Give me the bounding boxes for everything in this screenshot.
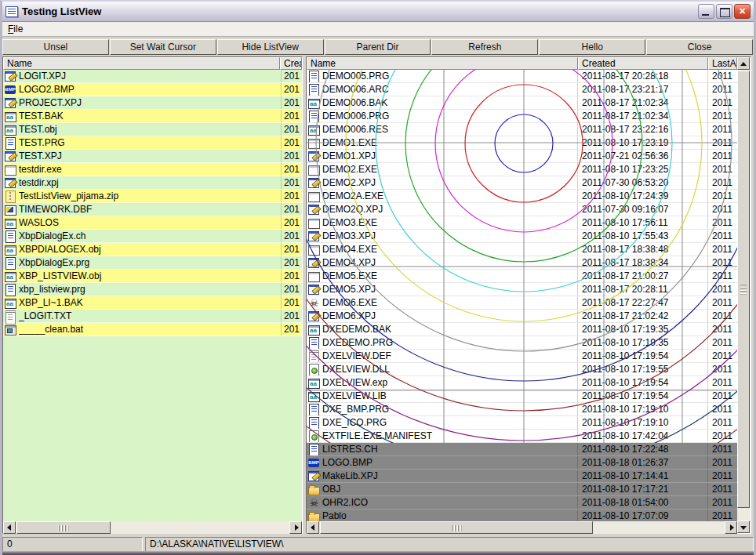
list-item[interactable]: DEMO1.XPJ2011-07-21 02:56:362011 [307, 150, 737, 163]
left-horizontal-scrollbar[interactable] [3, 521, 302, 534]
list-item[interactable]: Pablo2011-08-10 17:07:092011 [307, 510, 737, 521]
list-item[interactable]: WASLOS201 [3, 216, 302, 230]
list-item[interactable]: xbp_listview.prg201 [3, 283, 302, 296]
right-column-header-created[interactable]: Created [578, 57, 708, 70]
last-access-value: 2011 [708, 123, 737, 136]
xpj-icon [5, 97, 16, 109]
list-item[interactable]: XBP_LI~1.BAK201 [3, 296, 302, 310]
scrollbar-thumb[interactable] [16, 521, 111, 534]
file-name-cell: DEMO5.EXE [307, 270, 578, 282]
list-item[interactable]: DXE_ICO.PRG2011-08-10 17:19:102011 [307, 416, 737, 430]
prg-icon [5, 284, 16, 296]
close-button[interactable]: × [734, 4, 751, 19]
list-item[interactable]: _____clean.bat201 [3, 323, 302, 336]
list-item[interactable]: TEST.PRG201 [3, 136, 302, 150]
list-item[interactable]: DEMO6.XPJ2011-08-17 21:02:422011 [307, 310, 737, 323]
list-item[interactable]: DXELVIEW.DEF2011-08-10 17:19:542011 [307, 350, 737, 363]
list-item[interactable]: DEMO2A.EXE2011-08-10 17:24:392011 [307, 190, 737, 203]
list-item[interactable]: DEMO005.PRG2011-08-17 20:28:182011 [307, 70, 737, 83]
scrollbar-thumb[interactable] [737, 71, 750, 508]
dbf-icon [5, 204, 16, 216]
list-item[interactable]: DEMO2Q.XPJ2011-07-30 09:16:072011 [307, 203, 737, 216]
list-item[interactable]: PROJECT.XPJ201 [3, 96, 302, 110]
right-list-body: DEMO005.PRG2011-08-17 20:28:182011DEMO00… [307, 70, 737, 521]
file-name-cell: EXTFILE.EXE.MANIFEST [307, 430, 578, 442]
list-item[interactable]: TEST.obj201 [3, 123, 302, 136]
list-item[interactable]: XBPDIALOGEX.obj201 [3, 243, 302, 256]
list-item[interactable]: DEMO1.EXE2011-08-10 17:23:192011 [307, 136, 737, 150]
list-item[interactable]: EXTFILE.EXE.MANIFEST2011-08-10 17:42:042… [307, 430, 737, 443]
list-item[interactable]: LOGO.BMP2011-08-18 01:26:372011 [307, 456, 737, 470]
list-item[interactable]: DEMO006.BAK2011-08-17 21:02:342011 [307, 96, 737, 110]
last-access-value: 2011 [708, 350, 737, 362]
list-item[interactable]: TEST.BAK201 [3, 110, 302, 123]
list-item[interactable]: OBJ2011-08-10 17:17:212011 [307, 483, 737, 496]
list-item[interactable]: XBP_LISTVIEW.obj201 [3, 270, 302, 283]
created-value: 2011-08-10 17:42:04 [578, 430, 708, 442]
hello-button[interactable]: Hello [539, 39, 645, 55]
file-name-cell: DEMO6.EXE [307, 296, 578, 309]
list-item[interactable]: DXEDEMO.BAK2011-08-10 17:19:352011 [307, 323, 737, 336]
left-column-header-created[interactable]: Created [280, 57, 302, 70]
close-button[interactable]: Close [646, 39, 753, 55]
file-name-cell: LISTRES.CH [307, 443, 578, 455]
list-item[interactable]: XbpDialogEx.ch201 [3, 230, 302, 243]
scroll-right-icon[interactable] [289, 521, 302, 534]
hide-listview-button[interactable]: Hide ListView [217, 39, 324, 55]
set-wait-cursor-button[interactable]: Set Wait Cursor [110, 39, 216, 55]
list-item[interactable]: DEMO006.RES2011-08-17 23:22:162011 [307, 123, 737, 136]
list-item[interactable]: DXEDEMO.PRG2011-08-10 17:19:352011 [307, 336, 737, 350]
scroll-up-icon[interactable] [737, 57, 750, 70]
list-item[interactable]: DEMO006.ARC2011-08-17 23:21:172011 [307, 83, 737, 96]
right-vertical-scrollbar[interactable] [737, 57, 751, 533]
maximize-button[interactable] [716, 4, 732, 19]
list-item[interactable]: DXELVIEW.DLL2011-08-10 17:19:552011 [307, 363, 737, 376]
created-value: 201 [281, 190, 302, 202]
list-item[interactable]: LOGIT.XPJ201 [3, 70, 302, 83]
list-item[interactable]: DEMO006.PRG2011-08-17 21:02:342011 [307, 110, 737, 123]
list-item[interactable]: TestListView_pijama.zip201 [3, 190, 302, 203]
minimize-button[interactable] [698, 4, 714, 19]
list-item[interactable]: OHR2.ICO2011-08-18 01:54:002011 [307, 496, 737, 510]
list-item[interactable]: testdir.exe201 [3, 163, 302, 176]
list-item[interactable]: DEMO3.XPJ2011-08-10 17:55:432011 [307, 230, 737, 243]
unsel-button[interactable]: Unsel [2, 39, 109, 55]
scroll-down-icon[interactable] [737, 521, 750, 533]
list-item[interactable]: DEMO6.EXE2011-08-17 22:27:472011 [307, 296, 737, 310]
list-item[interactable]: DEMO5.EXE2011-08-17 21:00:272011 [307, 270, 737, 283]
scroll-left-icon[interactable] [307, 521, 319, 534]
scroll-left-icon[interactable] [3, 521, 16, 534]
list-item[interactable]: DXELVIEW.LIB2011-08-10 17:19:542011 [307, 390, 737, 403]
file-name-cell: DEMO5.XPJ [307, 283, 578, 296]
list-item[interactable]: _LOGIT.TXT201 [3, 310, 302, 323]
list-item[interactable]: DEMO2.XPJ2011-07-30 06:53:202011 [307, 176, 737, 190]
list-item[interactable]: DXELVIEW.exp2011-08-10 17:19:542011 [307, 376, 737, 390]
refresh-button[interactable]: Refresh [431, 39, 538, 55]
left-column-header-name[interactable]: Name [3, 57, 280, 70]
scrollbar-thumb[interactable] [320, 521, 593, 534]
list-item[interactable]: DEMO4.EXE2011-08-17 18:38:482011 [307, 243, 737, 256]
list-item[interactable]: XbpDialogEx.prg201 [3, 256, 302, 270]
list-item[interactable]: LOGO2.BMP201 [3, 83, 302, 96]
right-listview[interactable]: Name Created LastAc DEMO005.PRG2011-08-1… [306, 56, 751, 534]
right-column-header-lastaccess[interactable]: LastAc [708, 57, 737, 70]
list-item[interactable]: testdir.xpj201 [3, 176, 302, 190]
list-item[interactable]: DEMO2.EXE2011-08-10 17:23:252011 [307, 163, 737, 176]
parent-dir-button[interactable]: Parent Dir [325, 39, 431, 55]
right-horizontal-scrollbar[interactable] [307, 521, 737, 534]
list-item[interactable]: LISTRES.CH2011-08-10 17:22:482011 [307, 443, 737, 456]
list-item[interactable]: DEMO3.EXE2011-08-10 17:56:112011 [307, 216, 737, 230]
list-item[interactable]: DEMO4.XPJ2011-08-17 18:38:342011 [307, 256, 737, 270]
scroll-right-icon[interactable] [725, 521, 737, 534]
menu-item-file[interactable]: File [2, 22, 28, 34]
list-item[interactable]: MakeLib.XPJ2011-08-10 17:14:412011 [307, 470, 737, 483]
file-name-cell: Pablo [307, 510, 578, 521]
title-bar[interactable]: Testing ListView × [2, 2, 754, 22]
list-item[interactable]: TEST.XPJ201 [3, 150, 302, 163]
list-item[interactable]: DXE_BMP.PRG2011-08-10 17:19:102011 [307, 403, 737, 416]
left-listview[interactable]: Name Created LOGIT.XPJ201LOGO2.BMP201PRO… [2, 56, 303, 534]
right-column-header-name[interactable]: Name [307, 57, 578, 70]
list-item[interactable]: DEMO5.XPJ2011-08-17 20:28:112011 [307, 283, 737, 296]
obj-icon [5, 244, 16, 256]
list-item[interactable]: TIMEWORK.DBF201 [3, 203, 302, 216]
